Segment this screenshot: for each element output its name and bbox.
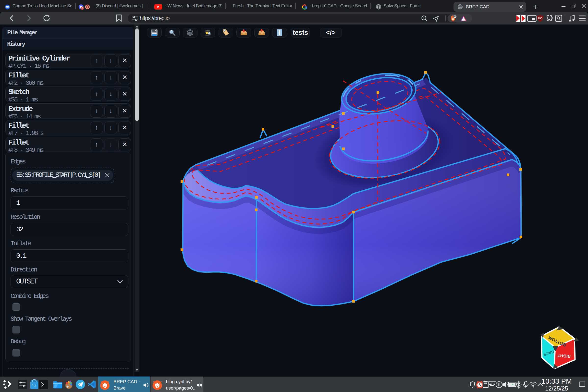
svg-text:8: 8: [82, 7, 83, 10]
svg-text:2: 2: [454, 15, 456, 18]
svg-text:RIGHT: RIGHT: [558, 353, 571, 359]
svg-text:UO: UO: [538, 17, 542, 20]
